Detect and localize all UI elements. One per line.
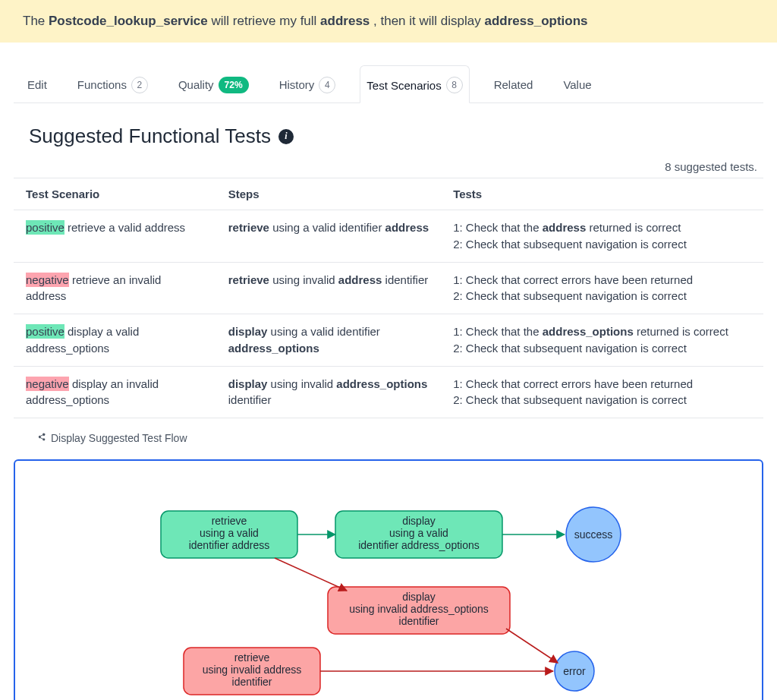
scenario-cell: positive retrieve a valid address <box>14 210 216 263</box>
steps-cell: retrieve using invalid address identifie… <box>216 262 441 314</box>
steps-cell: retrieve using a valid identifier addres… <box>216 210 441 263</box>
tab-test-scenarios[interactable]: Test Scenarios 8 <box>360 65 469 103</box>
scenario-cell: positive display a valid address_options <box>14 314 216 367</box>
functions-count-badge: 2 <box>131 77 148 93</box>
n1-l2: using a valid <box>200 527 259 539</box>
col-scenario: Test Scenario <box>14 178 216 210</box>
suggested-count: 8 suggested tests. <box>14 157 763 178</box>
n3-l3: identifier <box>399 615 439 627</box>
n1-l3: identifier address <box>189 539 270 551</box>
scenario-tag: negative <box>26 377 69 391</box>
tab-functions-label: Functions <box>77 78 127 91</box>
table-row[interactable]: negative retrieve an invalid addressretr… <box>14 262 763 314</box>
scenario-cell: negative retrieve an invalid address <box>14 262 216 314</box>
col-steps: Steps <box>216 178 441 210</box>
tab-value-label: Value <box>563 78 591 91</box>
tab-quality-label: Quality <box>178 78 214 91</box>
n2-l3: identifier address_options <box>358 539 480 551</box>
tab-bar: Edit Functions 2 Quality 72% History 4 T… <box>14 65 763 103</box>
tab-edit[interactable]: Edit <box>21 68 53 100</box>
error-label: error <box>563 665 586 677</box>
flow-icon <box>36 432 46 444</box>
quality-pct-badge: 72% <box>219 77 249 93</box>
success-label: success <box>574 528 613 541</box>
banner-obj1: address <box>320 14 370 28</box>
banner-text-2: will retrieve my full <box>208 14 320 28</box>
tab-history[interactable]: History 4 <box>273 66 342 102</box>
tab-related-label: Related <box>494 78 533 91</box>
scenario-tag: positive <box>26 220 64 235</box>
banner-subject: Postcode_lookup_service <box>49 14 208 28</box>
section-title-text: Suggested Functional Tests <box>29 125 271 148</box>
history-count-badge: 4 <box>319 77 335 93</box>
tab-edit-label: Edit <box>27 78 47 91</box>
table-row[interactable]: positive display a valid address_options… <box>14 314 763 367</box>
tab-value[interactable]: Value <box>557 68 597 100</box>
scenario-tag: negative <box>26 273 69 287</box>
edge-retrieve-display-invalid <box>275 558 347 591</box>
tab-functions[interactable]: Functions 2 <box>71 66 154 102</box>
flow-diagram: retrieve using a valid identifier addres… <box>27 473 750 700</box>
section-heading: Suggested Functional Tests i <box>29 125 763 148</box>
scenario-tag: positive <box>26 324 64 339</box>
table-row[interactable]: positive retrieve a valid addressretriev… <box>14 210 763 263</box>
banner-text-1: The <box>23 14 49 28</box>
n3-l1: display <box>402 591 436 603</box>
steps-cell: display using a valid identifier address… <box>216 314 441 367</box>
tab-history-label: History <box>279 78 315 91</box>
scenario-cell: negative display an invalid address_opti… <box>14 366 216 418</box>
table-row[interactable]: negative display an invalid address_opti… <box>14 366 763 418</box>
n1-l1: retrieve <box>212 515 247 527</box>
tab-scenarios-label: Test Scenarios <box>366 79 441 92</box>
tests-cell: 1: Check that correct errors have been r… <box>441 262 763 314</box>
flow-toggle-label: Display Suggested Test Flow <box>51 432 187 444</box>
display-flow-toggle[interactable]: Display Suggested Test Flow <box>14 418 763 455</box>
scenarios-table: Test Scenario Steps Tests positive retri… <box>14 178 763 418</box>
n2-l1: display <box>402 515 436 527</box>
n4-l1: retrieve <box>234 651 270 664</box>
info-icon[interactable]: i <box>278 129 294 144</box>
edge-display-invalid-error <box>506 629 558 663</box>
n4-l3: identifier <box>232 676 272 688</box>
n2-l2: using a valid <box>389 527 448 539</box>
n4-l2: using invalid address <box>203 664 302 676</box>
flow-diagram-panel: retrieve using a valid identifier addres… <box>14 459 763 700</box>
col-tests: Tests <box>441 178 763 210</box>
tab-related[interactable]: Related <box>488 68 539 100</box>
tests-cell: 1: Check that the address_options return… <box>441 314 763 367</box>
scenarios-count-badge: 8 <box>446 77 463 93</box>
tests-cell: 1: Check that the address returned is co… <box>441 210 763 263</box>
banner-obj2: address_options <box>485 14 588 28</box>
tab-quality[interactable]: Quality 72% <box>172 66 255 102</box>
n3-l2: using invalid address_options <box>349 603 489 615</box>
banner-text-3: , then it will display <box>370 14 484 28</box>
tests-cell: 1: Check that correct errors have been r… <box>441 366 763 418</box>
steps-cell: display using invalid address_options id… <box>216 366 441 418</box>
context-banner: The Postcode_lookup_service will retriev… <box>0 0 777 43</box>
